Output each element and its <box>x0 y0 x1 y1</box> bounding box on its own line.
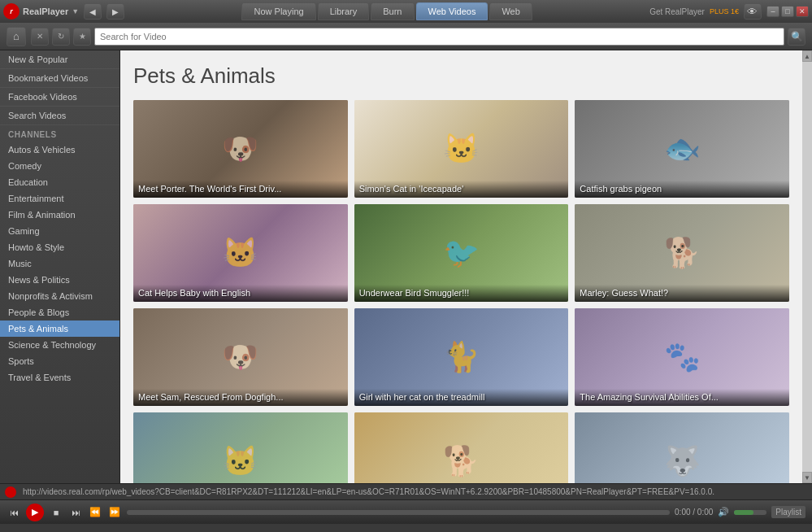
status-bar: http://videos.real.com/rp/web_videos?CB=… <box>0 483 812 499</box>
video-label-1: Meet Porter. The World's First Driv... <box>133 181 348 198</box>
page-title: Pets & Animals <box>133 63 789 89</box>
tab-now-playing[interactable]: Now Playing <box>241 2 315 20</box>
video-card-11[interactable]: 🐕 <box>354 412 569 483</box>
fast-forward-button[interactable]: ⏩ <box>107 505 122 520</box>
video-label-3: Catfish grabs pigeon <box>575 181 789 198</box>
video-card-4[interactable]: 🐱 Cat Helps Baby with English <box>133 204 348 302</box>
video-thumb-10: 🐱 <box>133 412 348 483</box>
stop-player-button[interactable]: ■ <box>49 505 63 520</box>
title-bar-left: r RealPlayer ▼ ◀ ▶ <box>3 3 124 20</box>
video-label-5: Underwear Bird Smuggler!!! <box>354 285 569 302</box>
toolbar: ⌂ ✕ ↻ ★ 🔍 <box>0 23 812 50</box>
minimize-button[interactable]: – <box>766 6 779 17</box>
status-url: http://videos.real.com/rp/web_videos?CB=… <box>23 487 714 496</box>
content-area: Pets & Animals 🐶 Meet Porter. The World'… <box>120 50 802 483</box>
sidebar-channel-music[interactable]: Music <box>0 255 119 272</box>
record-indicator <box>5 486 16 498</box>
sidebar-channel-entertainment[interactable]: Entertainment <box>0 190 119 207</box>
video-card-1[interactable]: 🐶 Meet Porter. The World's First Driv... <box>133 100 348 198</box>
tab-web-videos[interactable]: Web Videos <box>416 2 489 20</box>
video-card-3[interactable]: 🐟 Catfish grabs pigeon <box>575 100 789 198</box>
video-thumb-12: 🐺 <box>575 412 789 483</box>
sidebar-channel-film[interactable]: Film & Animation <box>0 207 119 223</box>
video-card-2[interactable]: 🐱 Simon's Cat in 'Icecapade' <box>354 100 569 198</box>
home-button[interactable]: ⌂ <box>7 27 26 46</box>
bookmark-button[interactable]: ★ <box>73 28 91 46</box>
stop-button[interactable]: ✕ <box>31 28 49 46</box>
search-input[interactable] <box>100 32 779 41</box>
video-card-8[interactable]: 🐈 Girl with her cat on the treadmill <box>354 308 569 406</box>
plus-text: PLUS 1€ <box>710 7 739 15</box>
sidebar-channel-autos[interactable]: Autos & Vehicles <box>0 142 119 158</box>
dropdown-arrow[interactable]: ▼ <box>72 7 79 15</box>
search-button[interactable]: 🔍 <box>788 28 805 46</box>
video-label-8: Girl with her cat on the treadmill <box>354 389 569 406</box>
spy-icon[interactable]: 👁 <box>744 3 762 20</box>
volume-bar[interactable] <box>734 510 766 515</box>
nav-tabs: Now Playing Library Burn Web Videos Web <box>241 2 532 20</box>
scrollbar-right: ▲ ▼ <box>802 50 812 483</box>
tab-web[interactable]: Web <box>489 2 532 20</box>
channels-header: CHANNELS <box>0 125 119 142</box>
sidebar-channel-pets[interactable]: Pets & Animals <box>0 321 119 337</box>
get-real-text: Get RealPlayer <box>649 7 705 16</box>
main-layout: New & Popular Bookmarked Videos Facebook… <box>0 50 812 483</box>
video-card-9[interactable]: 🐾 The Amazing Survival Abilities Of... <box>575 308 789 406</box>
refresh-button[interactable]: ↻ <box>52 28 70 46</box>
video-card-12[interactable]: 🐺 <box>575 412 789 483</box>
sidebar-channel-comedy[interactable]: Comedy <box>0 158 119 174</box>
video-label-4: Cat Helps Baby with English <box>133 285 348 302</box>
sidebar-channel-gaming[interactable]: Gaming <box>0 223 119 239</box>
tab-burn[interactable]: Burn <box>371 2 414 20</box>
video-thumb-11: 🐕 <box>354 412 569 483</box>
video-card-6[interactable]: 🐕 Marley: Guess What!? <box>575 204 789 302</box>
back-button[interactable]: ◀ <box>84 3 102 20</box>
sidebar-channel-science[interactable]: Science & Technology <box>0 337 119 353</box>
logo-area: r RealPlayer ▼ <box>3 3 79 20</box>
player-bar: ⏮ ▶ ■ ⏭ ⏪ ⏩ 0:00 / 0:00 🔊 Playlist <box>0 499 812 524</box>
sidebar-channel-sports[interactable]: Sports <box>0 353 119 369</box>
sidebar-item-facebook[interactable]: Facebook Videos <box>0 88 119 107</box>
playlist-button[interactable]: Playlist <box>771 506 805 518</box>
maximize-button[interactable]: □ <box>781 6 794 17</box>
prev-button[interactable]: ⏮ <box>7 505 21 520</box>
scroll-up-button[interactable]: ▲ <box>802 50 812 62</box>
video-label-9: The Amazing Survival Abilities Of... <box>575 389 789 406</box>
video-card-7[interactable]: 🐶 Meet Sam, Rescued From Dogfigh... <box>133 308 348 406</box>
progress-bar[interactable] <box>127 510 670 515</box>
logo-text: RealPlayer <box>23 7 68 16</box>
tab-library[interactable]: Library <box>318 2 370 20</box>
title-bar: r RealPlayer ▼ ◀ ▶ Now Playing Library B… <box>0 0 812 23</box>
window-controls: – □ ✕ <box>766 6 809 17</box>
title-bar-right: Get RealPlayer PLUS 1€ 👁 – □ ✕ <box>649 3 809 20</box>
sidebar-channel-nonprofits[interactable]: Nonprofits & Activism <box>0 288 119 304</box>
sidebar-item-bookmarked[interactable]: Bookmarked Videos <box>0 69 119 88</box>
sidebar: New & Popular Bookmarked Videos Facebook… <box>0 50 120 483</box>
video-label-6: Marley: Guess What!? <box>575 285 789 302</box>
time-display: 0:00 / 0:00 <box>675 508 713 517</box>
forward-button[interactable]: ▶ <box>106 3 124 20</box>
sidebar-channel-travel[interactable]: Travel & Events <box>0 369 119 386</box>
video-card-10[interactable]: 🐱 <box>133 412 348 483</box>
sidebar-channel-howto[interactable]: Howto & Style <box>0 239 119 255</box>
sidebar-channel-education[interactable]: Education <box>0 174 119 190</box>
volume-fill <box>734 510 753 515</box>
sidebar-item-new-popular[interactable]: New & Popular <box>0 50 119 69</box>
video-label-7: Meet Sam, Rescued From Dogfigh... <box>133 389 348 406</box>
play-button[interactable]: ▶ <box>26 504 44 521</box>
realplayer-logo: r <box>3 3 20 20</box>
video-label-2: Simon's Cat in 'Icecapade' <box>354 181 569 198</box>
sidebar-item-search[interactable]: Search Videos <box>0 107 119 125</box>
next-button[interactable]: ⏭ <box>68 505 83 520</box>
url-bar-area: ✕ ↻ ★ 🔍 <box>31 28 805 46</box>
sidebar-channel-news[interactable]: News & Politics <box>0 272 119 288</box>
rewind-button[interactable]: ⏪ <box>88 505 102 520</box>
search-box <box>94 28 784 46</box>
sidebar-channel-people[interactable]: People & Blogs <box>0 304 119 321</box>
video-grid: 🐶 Meet Porter. The World's First Driv...… <box>133 100 789 483</box>
volume-icon[interactable]: 🔊 <box>718 507 729 517</box>
close-button[interactable]: ✕ <box>796 6 809 17</box>
video-card-5[interactable]: 🐦 Underwear Bird Smuggler!!! <box>354 204 569 302</box>
scroll-down-button[interactable]: ▼ <box>802 472 812 483</box>
